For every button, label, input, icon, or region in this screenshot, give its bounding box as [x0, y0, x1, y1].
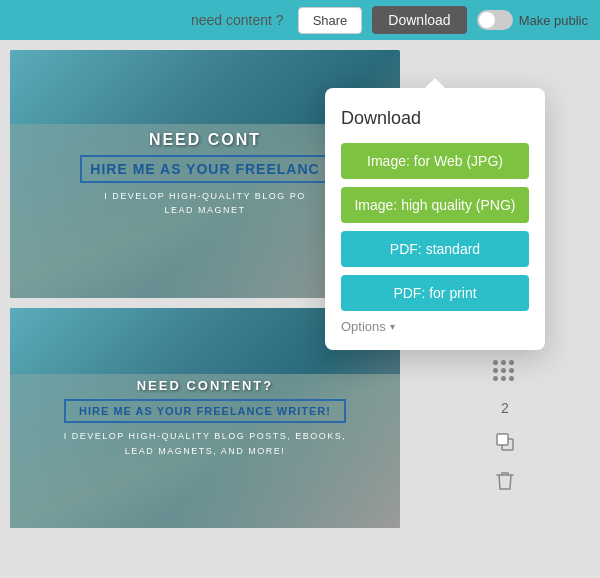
chevron-down-icon: ▾ — [390, 321, 395, 332]
make-public-toggle-container: Make public — [477, 10, 588, 30]
download-pdf-standard-button[interactable]: PDF: standard — [341, 231, 529, 267]
options-label: Options — [341, 319, 386, 334]
need-content-title-2: NEED CONTENT? — [64, 378, 347, 393]
hire-me-box-2: HIRE ME AS YOUR FREELANCE WRITER! — [64, 399, 347, 423]
hire-me-box-1: HIRE ME AS YOUR FREELANC — [80, 155, 329, 183]
copy-icon — [495, 432, 515, 452]
svg-rect-1 — [497, 434, 508, 445]
share-button[interactable]: Share — [298, 7, 363, 34]
topbar: need content ? Share Download Make publi… — [0, 0, 600, 40]
drag-handle-icon — [493, 360, 517, 384]
download-png-button[interactable]: Image: high quality (PNG) — [341, 187, 529, 223]
hire-me-text-2: HIRE ME AS YOUR FREELANCE WRITER! — [74, 405, 337, 417]
canvas-text-2: NEED CONTENT? HIRE ME AS YOUR FREELANCE … — [64, 378, 347, 458]
make-public-label: Make public — [519, 13, 588, 28]
download-dropdown: Download Image: for Web (JPG) Image: hig… — [325, 88, 545, 350]
develop-text-1: I DEVELOP HIGH-QUALITY BLOG POLEAD MAGNE… — [80, 189, 329, 218]
canvas-text-1: NEED CONT HIRE ME AS YOUR FREELANC I DEV… — [80, 131, 329, 218]
page-number: 2 — [501, 400, 509, 416]
download-jpg-button[interactable]: Image: for Web (JPG) — [341, 143, 529, 179]
develop-text-2: I DEVELOP HIGH-QUALITY BLOG POSTS, EBOOK… — [64, 429, 347, 458]
trash-icon — [496, 471, 514, 491]
download-button[interactable]: Download — [372, 6, 466, 34]
need-content-label: need content ? — [191, 12, 284, 28]
delete-button[interactable] — [496, 471, 514, 494]
download-pdf-print-button[interactable]: PDF: for print — [341, 275, 529, 311]
copy-button[interactable] — [495, 432, 515, 455]
dropdown-title: Download — [341, 108, 529, 129]
toggle-knob — [479, 12, 495, 28]
make-public-toggle[interactable] — [477, 10, 513, 30]
main-area: NEED CONT HIRE ME AS YOUR FREELANC I DEV… — [0, 40, 600, 578]
hire-me-text-1: HIRE ME AS YOUR FREELANC — [90, 161, 319, 177]
need-content-title-1: NEED CONT — [80, 131, 329, 149]
options-button[interactable]: Options ▾ — [341, 319, 395, 334]
